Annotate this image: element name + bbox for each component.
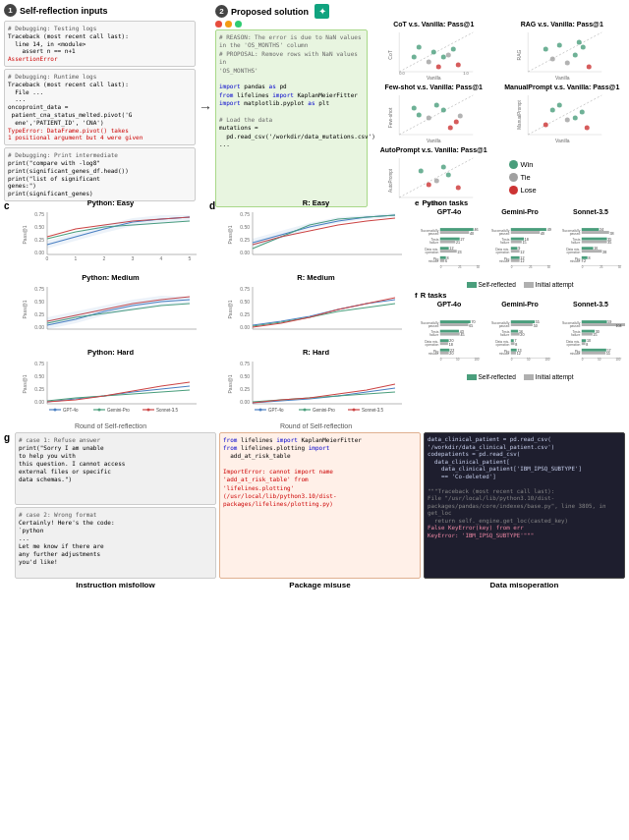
svg-text:50: 50	[477, 265, 481, 269]
svg-rect-232	[440, 342, 448, 345]
svg-point-9	[441, 55, 446, 60]
r-med-title: R: Medium	[220, 273, 412, 282]
svg-point-38	[434, 103, 439, 108]
scatter-fewshot-svg: Vanilla Few-shot	[371, 90, 497, 144]
f-legend-self-label: Self-reflected	[479, 373, 516, 380]
svg-text:Vanilla: Vanilla	[427, 75, 441, 81]
svg-text:16: 16	[594, 247, 598, 251]
svg-rect-253	[511, 330, 518, 333]
svg-text:0.50: 0.50	[34, 224, 44, 230]
svg-text:100: 100	[615, 358, 620, 362]
svg-text:0: 0	[511, 265, 513, 269]
g-data-code: data_clinical_patient = pd.read_csv( '/w…	[424, 432, 625, 579]
svg-text:misuse: misuse	[429, 352, 439, 356]
svg-text:15: 15	[523, 241, 527, 245]
svg-rect-210	[582, 259, 583, 262]
svg-text:0.25: 0.25	[240, 311, 250, 317]
svg-point-7	[417, 45, 422, 50]
svg-point-49	[579, 110, 584, 115]
svg-text:21: 21	[456, 241, 460, 245]
svg-rect-275	[582, 320, 607, 323]
code-a1: # Debugging: Testing logs Traceback (mos…	[4, 21, 196, 67]
svg-text:50: 50	[618, 265, 622, 269]
svg-text:25: 25	[600, 265, 603, 269]
svg-point-22	[556, 43, 561, 48]
svg-text:0: 0	[511, 358, 513, 362]
svg-text:passed: passed	[499, 324, 510, 328]
svg-text:passed: passed	[429, 232, 439, 236]
py-gemini-chart: Gemini-Pro 49 40 Successfully passed 18 …	[486, 208, 554, 280]
svg-text:AutoPrompt: AutoPrompt	[388, 168, 393, 193]
g-label-container: g	[4, 432, 12, 589]
svg-text:GPT-4o: GPT-4o	[268, 408, 284, 413]
svg-text:0.25: 0.25	[240, 237, 250, 243]
svg-point-25	[564, 61, 569, 66]
svg-point-64	[441, 165, 446, 170]
svg-rect-266	[511, 352, 516, 355]
svg-text:65: 65	[469, 324, 473, 328]
svg-point-15	[436, 65, 441, 70]
scatter-rag: RAG v.s. Vanilla: Pass@1 Vanilla RAG	[499, 21, 626, 82]
proposed-code: # REASON: The error is due to NaN values…	[215, 29, 368, 207]
legend-init-label: Initial attempt	[536, 281, 574, 288]
svg-rect-259	[511, 339, 514, 342]
g-instr-block: # case 1: Refuse answer print("Sorry I a…	[15, 432, 216, 589]
section-b-header: 2 Proposed solution ✦	[215, 4, 625, 19]
svg-point-10	[451, 47, 456, 52]
svg-text:50: 50	[534, 324, 538, 328]
scatter-rag-title: RAG v.s. Vanilla: Pass@1	[521, 21, 603, 28]
g-data-block: data_clinical_patient = pd.read_csv( '/w…	[424, 432, 625, 589]
svg-rect-198	[582, 241, 607, 244]
svg-rect-148	[440, 250, 457, 252]
svg-text:12: 12	[520, 259, 524, 263]
svg-rect-281	[582, 330, 595, 333]
svg-text:25: 25	[458, 265, 462, 269]
svg-rect-142	[440, 241, 455, 244]
svg-text:0.75: 0.75	[34, 211, 44, 217]
svg-text:failure: failure	[429, 333, 438, 337]
py-sonnet-chart: Sonnet-3.5 24 38 Successfully passed 35 …	[556, 208, 625, 280]
svg-point-24	[580, 45, 585, 50]
svg-text:8: 8	[588, 256, 590, 260]
svg-text:12: 12	[449, 247, 453, 251]
dot-red	[215, 21, 222, 28]
r-gpt4o-svg: 70 65 Successfully passed 43 45 Tests fa…	[415, 309, 484, 370]
py-med-svg: 0.00 0.25 0.50 0.75 Pass@1	[15, 282, 206, 339]
svg-text:104: 104	[615, 324, 621, 328]
svg-text:27: 27	[460, 238, 464, 242]
svg-point-13	[412, 55, 417, 60]
code-a3: # Debugging: Print intermediate print("c…	[4, 147, 196, 201]
svg-text:misuse: misuse	[499, 259, 510, 263]
svg-text:operation: operation	[567, 343, 581, 347]
svg-text:8: 8	[586, 343, 588, 347]
svg-text:operation: operation	[567, 251, 581, 254]
legend-lose-dot	[509, 186, 518, 195]
svg-rect-282	[582, 333, 593, 336]
circle-2: 2	[215, 5, 228, 18]
svg-rect-163	[511, 228, 546, 231]
r-hard-title: R: Hard	[220, 348, 412, 357]
svg-text:CoT: CoT	[387, 50, 393, 59]
chart-r-hard: R: Hard 0.00 0.25 0.50 0.75 Pass@1 GPT-4…	[220, 348, 412, 420]
svg-text:5: 5	[189, 255, 192, 261]
svg-text:0.00: 0.00	[240, 399, 250, 405]
svg-rect-192	[582, 231, 609, 234]
step1-text: Self-reflection inputs	[20, 6, 108, 16]
scatter-autoprompt-title: AutoPrompt v.s. Vanilla: Pass@1	[380, 146, 487, 153]
py-easy-title: Python: Easy	[15, 198, 206, 207]
svg-rect-204	[582, 250, 602, 252]
legend-self-label: Self-reflected	[479, 281, 516, 288]
svg-rect-294	[582, 352, 605, 355]
py-med-title: Python: Medium	[15, 273, 206, 282]
c-label-container: c	[4, 198, 12, 429]
svg-text:0: 0	[440, 265, 442, 269]
svg-rect-182	[511, 259, 520, 262]
svg-text:25: 25	[594, 333, 598, 337]
svg-point-39	[448, 126, 453, 131]
svg-point-62	[456, 186, 461, 191]
svg-rect-197	[582, 238, 607, 241]
svg-rect-219	[440, 320, 471, 323]
svg-point-63	[427, 183, 431, 188]
svg-text:operation: operation	[496, 343, 510, 347]
svg-text:ManualPrompt: ManualPrompt	[517, 100, 522, 130]
